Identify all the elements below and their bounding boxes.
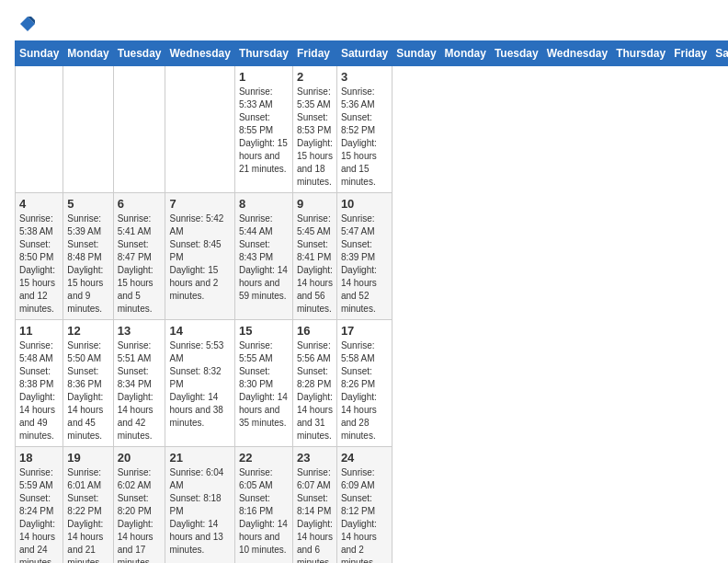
header-monday: Monday xyxy=(63,41,113,66)
day-info: Sunrise: 5:50 AM Sunset: 8:36 PM Dayligh… xyxy=(67,339,108,442)
header-thursday: Thursday xyxy=(234,41,292,66)
day-info: Sunrise: 5:48 AM Sunset: 8:38 PM Dayligh… xyxy=(19,339,59,442)
calendar-header-row: SundayMondayTuesdayWednesdayThursdayFrid… xyxy=(16,41,729,66)
day-number: 12 xyxy=(67,324,108,338)
day-number: 18 xyxy=(19,451,59,465)
day-info: Sunrise: 6:01 AM Sunset: 8:22 PM Dayligh… xyxy=(67,466,108,563)
day-number: 2 xyxy=(297,70,333,84)
calendar-cell: 14Sunrise: 5:53 AM Sunset: 8:32 PM Dayli… xyxy=(165,320,234,447)
day-number: 21 xyxy=(169,451,230,465)
calendar-cell: 7Sunrise: 5:42 AM Sunset: 8:45 PM Daylig… xyxy=(165,193,234,320)
day-number: 17 xyxy=(341,324,388,338)
day-info: Sunrise: 5:55 AM Sunset: 8:30 PM Dayligh… xyxy=(239,339,289,430)
calendar-cell: 6Sunrise: 5:41 AM Sunset: 8:47 PM Daylig… xyxy=(113,193,165,320)
calendar-cell xyxy=(165,66,234,193)
day-number: 24 xyxy=(341,451,388,465)
day-number: 23 xyxy=(297,451,333,465)
day-number: 7 xyxy=(169,197,230,211)
logo-icon xyxy=(18,15,37,33)
week-row-3: 11Sunrise: 5:48 AM Sunset: 8:38 PM Dayli… xyxy=(16,320,729,447)
day-info: Sunrise: 5:53 AM Sunset: 8:32 PM Dayligh… xyxy=(169,339,230,430)
calendar-cell: 5Sunrise: 5:39 AM Sunset: 8:48 PM Daylig… xyxy=(63,193,113,320)
day-info: Sunrise: 6:05 AM Sunset: 8:16 PM Dayligh… xyxy=(239,466,289,557)
day-info: Sunrise: 5:42 AM Sunset: 8:45 PM Dayligh… xyxy=(169,213,230,303)
calendar-cell: 17Sunrise: 5:58 AM Sunset: 8:26 PM Dayli… xyxy=(336,320,392,447)
logo xyxy=(15,15,37,33)
calendar-cell: 20Sunrise: 6:02 AM Sunset: 8:20 PM Dayli… xyxy=(113,447,165,564)
day-number: 3 xyxy=(341,70,388,84)
header-tuesday: Tuesday xyxy=(113,41,165,66)
header-wednesday: Wednesday xyxy=(165,41,234,66)
calendar-cell: 13Sunrise: 5:51 AM Sunset: 8:34 PM Dayli… xyxy=(113,320,165,447)
day-info: Sunrise: 5:51 AM Sunset: 8:34 PM Dayligh… xyxy=(118,339,162,442)
calendar-cell: 19Sunrise: 6:01 AM Sunset: 8:22 PM Dayli… xyxy=(63,447,113,564)
day-number: 9 xyxy=(297,197,333,211)
day-info: Sunrise: 5:41 AM Sunset: 8:47 PM Dayligh… xyxy=(118,213,162,316)
day-number: 8 xyxy=(239,197,289,211)
calendar-cell: 18Sunrise: 5:59 AM Sunset: 8:24 PM Dayli… xyxy=(16,447,63,564)
calendar-table: SundayMondayTuesdayWednesdayThursdayFrid… xyxy=(15,40,728,563)
day-info: Sunrise: 5:47 AM Sunset: 8:39 PM Dayligh… xyxy=(341,213,388,316)
day-number: 16 xyxy=(297,324,333,338)
day-info: Sunrise: 6:09 AM Sunset: 8:12 PM Dayligh… xyxy=(341,466,388,563)
day-number: 13 xyxy=(118,324,162,338)
day-number: 10 xyxy=(341,197,388,211)
day-info: Sunrise: 5:44 AM Sunset: 8:43 PM Dayligh… xyxy=(239,213,289,303)
day-info: Sunrise: 5:39 AM Sunset: 8:48 PM Dayligh… xyxy=(67,213,108,316)
header-tuesday: Tuesday xyxy=(490,41,542,66)
header-saturday: Saturday xyxy=(711,41,728,66)
calendar-cell: 22Sunrise: 6:05 AM Sunset: 8:16 PM Dayli… xyxy=(234,447,292,564)
week-row-4: 18Sunrise: 5:59 AM Sunset: 8:24 PM Dayli… xyxy=(16,447,729,564)
calendar-cell: 11Sunrise: 5:48 AM Sunset: 8:38 PM Dayli… xyxy=(16,320,63,447)
day-info: Sunrise: 5:58 AM Sunset: 8:26 PM Dayligh… xyxy=(341,339,388,442)
calendar-cell: 1Sunrise: 5:33 AM Sunset: 8:55 PM Daylig… xyxy=(234,66,292,193)
calendar-cell: 23Sunrise: 6:07 AM Sunset: 8:14 PM Dayli… xyxy=(292,447,336,564)
header-monday: Monday xyxy=(440,41,490,66)
day-number: 4 xyxy=(19,197,59,211)
day-number: 1 xyxy=(239,70,289,84)
day-info: Sunrise: 5:36 AM Sunset: 8:52 PM Dayligh… xyxy=(341,86,388,189)
calendar-cell: 21Sunrise: 6:04 AM Sunset: 8:18 PM Dayli… xyxy=(165,447,234,564)
day-info: Sunrise: 5:38 AM Sunset: 8:50 PM Dayligh… xyxy=(19,213,59,316)
calendar-cell: 2Sunrise: 5:35 AM Sunset: 8:53 PM Daylig… xyxy=(292,66,336,193)
calendar-cell xyxy=(63,66,113,193)
calendar-cell: 8Sunrise: 5:44 AM Sunset: 8:43 PM Daylig… xyxy=(234,193,292,320)
header-thursday: Thursday xyxy=(612,41,670,66)
day-info: Sunrise: 5:59 AM Sunset: 8:24 PM Dayligh… xyxy=(19,466,59,563)
day-number: 14 xyxy=(169,324,230,338)
day-info: Sunrise: 6:02 AM Sunset: 8:20 PM Dayligh… xyxy=(118,466,162,563)
day-number: 22 xyxy=(239,451,289,465)
header-sunday: Sunday xyxy=(16,41,63,66)
day-number: 19 xyxy=(67,451,108,465)
header-wednesday: Wednesday xyxy=(542,41,611,66)
day-info: Sunrise: 6:07 AM Sunset: 8:14 PM Dayligh… xyxy=(297,466,333,563)
header-friday: Friday xyxy=(292,41,336,66)
calendar-cell: 15Sunrise: 5:55 AM Sunset: 8:30 PM Dayli… xyxy=(234,320,292,447)
day-number: 20 xyxy=(118,451,162,465)
day-info: Sunrise: 6:04 AM Sunset: 8:18 PM Dayligh… xyxy=(169,466,230,557)
day-info: Sunrise: 5:35 AM Sunset: 8:53 PM Dayligh… xyxy=(297,86,333,189)
calendar-cell: 24Sunrise: 6:09 AM Sunset: 8:12 PM Dayli… xyxy=(336,447,392,564)
header-sunday: Sunday xyxy=(392,41,440,66)
calendar-cell: 3Sunrise: 5:36 AM Sunset: 8:52 PM Daylig… xyxy=(336,66,392,193)
day-number: 5 xyxy=(67,197,108,211)
week-row-2: 4Sunrise: 5:38 AM Sunset: 8:50 PM Daylig… xyxy=(16,193,729,320)
calendar-cell xyxy=(16,66,63,193)
day-number: 6 xyxy=(118,197,162,211)
calendar-cell: 12Sunrise: 5:50 AM Sunset: 8:36 PM Dayli… xyxy=(63,320,113,447)
day-info: Sunrise: 5:56 AM Sunset: 8:28 PM Dayligh… xyxy=(297,339,333,442)
header-saturday: Saturday xyxy=(336,41,392,66)
calendar-cell: 10Sunrise: 5:47 AM Sunset: 8:39 PM Dayli… xyxy=(336,193,392,320)
day-info: Sunrise: 5:33 AM Sunset: 8:55 PM Dayligh… xyxy=(239,86,289,176)
header-friday: Friday xyxy=(670,41,711,66)
week-row-1: 1Sunrise: 5:33 AM Sunset: 8:55 PM Daylig… xyxy=(16,66,729,193)
calendar-cell: 9Sunrise: 5:45 AM Sunset: 8:41 PM Daylig… xyxy=(292,193,336,320)
page-header xyxy=(15,15,713,33)
calendar-cell: 16Sunrise: 5:56 AM Sunset: 8:28 PM Dayli… xyxy=(292,320,336,447)
day-info: Sunrise: 5:45 AM Sunset: 8:41 PM Dayligh… xyxy=(297,213,333,316)
day-number: 11 xyxy=(19,324,59,338)
calendar-cell: 4Sunrise: 5:38 AM Sunset: 8:50 PM Daylig… xyxy=(16,193,63,320)
day-number: 15 xyxy=(239,324,289,338)
calendar-cell xyxy=(113,66,165,193)
